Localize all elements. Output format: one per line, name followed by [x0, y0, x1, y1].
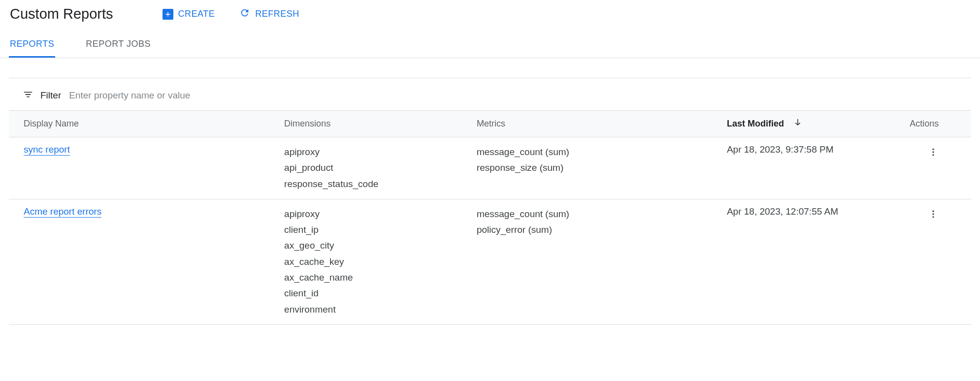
dimensions-cell: apiproxyapi_productresponse_status_code: [278, 137, 471, 199]
svg-point-2: [932, 154, 934, 156]
row-actions-button[interactable]: [925, 206, 941, 223]
dimension-value: environment: [284, 302, 465, 318]
metric-value: policy_error (sum): [477, 222, 715, 238]
dimension-value: api_product: [284, 160, 465, 176]
filter-icon: [23, 89, 33, 101]
svg-point-5: [932, 216, 934, 218]
dimension-value: ax_cache_key: [284, 254, 465, 270]
tabs: REPORTS REPORT JOBS: [0, 33, 980, 58]
filter-bar: Filter: [9, 78, 971, 110]
create-button[interactable]: CREATE: [163, 9, 215, 20]
report-name-link[interactable]: sync report: [24, 144, 70, 156]
refresh-icon: [239, 7, 250, 21]
filter-input[interactable]: [68, 90, 265, 101]
svg-point-4: [932, 213, 934, 215]
report-name-link[interactable]: Acme report errors: [24, 206, 101, 218]
refresh-button-label: REFRESH: [255, 9, 299, 19]
header-bar: Custom Reports CREATE REFRESH: [0, 0, 980, 33]
content-area: Filter Display Name Dimensions Metrics L…: [0, 58, 980, 325]
dimension-value: client_ip: [284, 222, 465, 238]
dimensions-cell: apiproxyclient_ipax_geo_cityax_cache_key…: [278, 199, 471, 324]
filter-label: Filter: [40, 90, 61, 101]
col-header-last-modified-label: Last Modified: [727, 119, 784, 129]
metric-value: response_size (sum): [477, 160, 715, 176]
dimension-value: response_status_code: [284, 176, 465, 192]
table-row: sync reportapiproxyapi_productresponse_s…: [9, 137, 971, 199]
metrics-cell: message_count (sum)policy_error (sum): [471, 199, 721, 324]
metric-value: message_count (sum): [477, 206, 715, 222]
table-row: Acme report errorsapiproxyclient_ipax_ge…: [9, 199, 971, 324]
tab-report-jobs[interactable]: REPORT JOBS: [85, 33, 152, 58]
svg-point-1: [932, 151, 934, 153]
last-modified-cell: Apr 18, 2023, 12:07:55 AM: [721, 199, 904, 324]
dimension-value: client_id: [284, 286, 465, 301]
create-button-label: CREATE: [178, 9, 215, 19]
col-header-display-name[interactable]: Display Name: [9, 111, 278, 137]
arrow-down-icon: [793, 118, 803, 130]
col-header-metrics[interactable]: Metrics: [471, 111, 721, 137]
dimension-value: apiproxy: [284, 144, 465, 160]
dimension-value: ax_cache_name: [284, 270, 465, 286]
last-modified-cell: Apr 18, 2023, 9:37:58 PM: [721, 137, 904, 199]
metric-value: message_count (sum): [477, 144, 715, 160]
refresh-button[interactable]: REFRESH: [239, 7, 299, 21]
header-actions: CREATE REFRESH: [163, 7, 299, 21]
row-actions-button[interactable]: [925, 144, 941, 161]
actions-cell: [904, 137, 971, 199]
reports-table: Display Name Dimensions Metrics Last Mod…: [9, 110, 971, 325]
dimension-value: apiproxy: [284, 206, 465, 222]
svg-point-3: [932, 210, 934, 212]
kebab-icon: [928, 213, 938, 221]
metrics-cell: message_count (sum)response_size (sum): [471, 137, 721, 199]
kebab-icon: [928, 151, 938, 159]
col-header-last-modified[interactable]: Last Modified: [721, 111, 904, 137]
col-header-actions: Actions: [904, 111, 971, 137]
page-title: Custom Reports: [10, 6, 113, 22]
col-header-dimensions[interactable]: Dimensions: [278, 111, 471, 137]
table-header-row: Display Name Dimensions Metrics Last Mod…: [9, 111, 971, 137]
tab-reports[interactable]: REPORTS: [9, 33, 55, 58]
dimension-value: ax_geo_city: [284, 238, 465, 254]
actions-cell: [904, 199, 971, 324]
plus-icon: [163, 9, 173, 20]
svg-point-0: [932, 149, 934, 150]
